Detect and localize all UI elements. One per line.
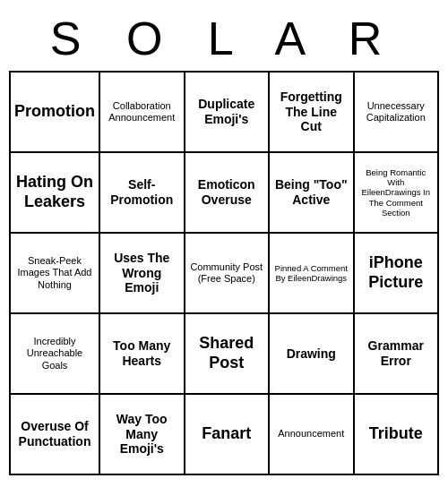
bingo-cell[interactable]: Community Post (Free Space) (185, 234, 271, 314)
bingo-cell[interactable]: Announcement (270, 395, 355, 475)
bingo-cell[interactable]: Too Many Hearts (100, 314, 185, 395)
bingo-cell[interactable]: Fanart (185, 395, 271, 475)
bingo-cell[interactable]: Drawing (270, 314, 355, 395)
bingo-cell[interactable]: iPhone Picture (355, 234, 440, 314)
bingo-cell[interactable]: Unnecessary Capitalization (355, 73, 440, 153)
bingo-cell[interactable]: Being Romantic With EileenDrawings In Th… (355, 153, 440, 234)
bingo-cell[interactable]: Self-Promotion (100, 153, 185, 234)
bingo-cell[interactable]: Collaboration Announcement (100, 73, 185, 153)
bingo-cell[interactable]: Uses The Wrong Emoji (100, 234, 185, 314)
bingo-cell[interactable]: Grammar Error (355, 314, 440, 395)
bingo-cell[interactable]: Being "Too" Active (270, 153, 355, 234)
bingo-cell[interactable]: Forgetting The Line Cut (270, 73, 355, 153)
bingo-title: S O L A R (9, 12, 439, 65)
bingo-cell[interactable]: Emoticon Overuse (185, 153, 271, 234)
bingo-cell[interactable]: Way Too Many Emoji's (100, 395, 185, 475)
bingo-cell[interactable]: Shared Post (185, 314, 271, 395)
bingo-cell[interactable]: Pinned A Comment By EileenDrawings (270, 234, 355, 314)
bingo-cell[interactable]: Overuse Of Punctuation (11, 395, 100, 475)
bingo-card: S O L A R PromotionCollaboration Announc… (0, 3, 448, 484)
bingo-cell[interactable]: Duplicate Emoji's (185, 73, 271, 153)
bingo-cell[interactable]: Hating On Leakers (11, 153, 100, 234)
bingo-grid: PromotionCollaboration AnnouncementDupli… (9, 71, 439, 475)
bingo-cell[interactable]: Incredibly Unreachable Goals (11, 314, 100, 395)
bingo-cell[interactable]: Tribute (355, 395, 440, 475)
bingo-cell[interactable]: Promotion (11, 73, 100, 153)
bingo-cell[interactable]: Sneak-Peek Images That Add Nothing (11, 234, 100, 314)
